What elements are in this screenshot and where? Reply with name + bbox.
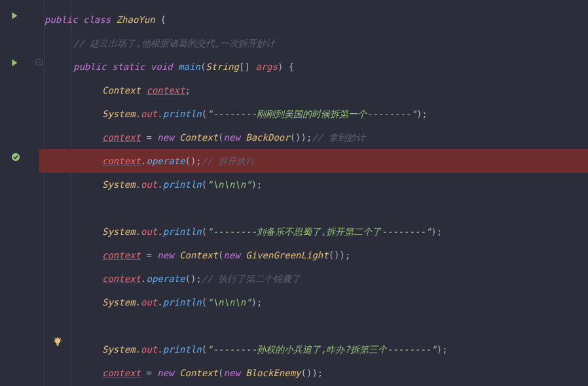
variable: context: [146, 85, 185, 96]
constructor: Context: [179, 250, 218, 260]
brace: {: [283, 61, 294, 72]
code-line[interactable]: System.out.println("\n\n\n");: [39, 290, 588, 314]
constructor: Context: [179, 368, 218, 378]
code-line[interactable]: System.out.println("--------孙权的小兵追了,咋办?拆…: [39, 338, 588, 361]
code-line[interactable]: context.operate();// 执行了第二个锦囊了: [39, 267, 588, 290]
code-line[interactable]: // 赵云出场了,他根据诸葛的交代,一次拆开妙计: [39, 31, 588, 55]
code-line[interactable]: public static void main(String[] args) {: [39, 55, 588, 79]
field: out: [141, 179, 157, 190]
keyword: class: [83, 14, 111, 25]
field: out: [141, 226, 157, 237]
keyword: new: [157, 250, 174, 260]
code-line-blank[interactable]: [39, 196, 588, 220]
code-editor[interactable]: public class ZhaoYun { // 赵云出场了,他根据诸葛的交代…: [0, 0, 588, 386]
class-name: ZhaoYun: [117, 14, 155, 25]
identifier: System: [102, 109, 136, 119]
method-call: println: [163, 109, 202, 119]
variable: context: [102, 250, 141, 260]
code-line[interactable]: System.out.println("--------刚刚到吴国的时候拆第一个…: [39, 102, 588, 126]
method-call: operate: [146, 273, 185, 284]
code-line[interactable]: context = new Context(new BlockEnemy());: [39, 361, 588, 385]
method-call: println: [163, 297, 202, 307]
breakpoint-check-icon[interactable]: [10, 152, 21, 162]
constructor: Context: [179, 132, 218, 143]
method-call: println: [163, 344, 202, 355]
method-call: println: [163, 179, 202, 190]
identifier: System: [102, 226, 136, 237]
field: out: [141, 297, 157, 307]
keyword: static: [112, 61, 145, 72]
code-line[interactable]: context = new Context(new BackDoor());//…: [39, 126, 588, 149]
identifier: System: [102, 179, 136, 190]
method-call: operate: [146, 156, 185, 166]
code-line[interactable]: context = new Context(new GivenGreenLigh…: [39, 243, 588, 267]
code-line[interactable]: System.out.println("--------刘备乐不思蜀了,拆开第二…: [39, 220, 588, 243]
string-literal: "--------刘备乐不思蜀了,拆开第二个了--------": [207, 226, 431, 237]
code-line-highlighted[interactable]: context.operate();// 拆开执行: [39, 149, 588, 173]
keyword: new: [224, 368, 240, 378]
keyword: new: [157, 132, 174, 143]
method-name: main: [178, 61, 200, 72]
identifier: System: [102, 297, 136, 307]
code-line-blank[interactable]: [39, 314, 588, 338]
method-call: println: [163, 226, 202, 237]
string-literal: "--------孙权的小兵追了,咋办?拆第三个--------": [207, 344, 437, 355]
constructor: BackDoor: [246, 132, 289, 143]
run-method-icon[interactable]: [9, 58, 20, 68]
keyword: public: [45, 14, 78, 25]
code-line[interactable]: System.out.println("\n\n\n");: [39, 173, 588, 196]
comment: // 拆开执行: [202, 156, 255, 166]
constructor: BlockEnemy: [246, 368, 301, 378]
keyword: new: [224, 250, 240, 260]
variable: context: [102, 368, 141, 378]
code-line[interactable]: public class ZhaoYun {: [39, 8, 588, 31]
identifier: System: [102, 344, 136, 355]
brackets: []: [239, 61, 255, 72]
semicolon: ;: [185, 85, 190, 96]
comment: // 赵云出场了,他根据诸葛的交代,一次拆开妙计: [73, 38, 275, 48]
keyword: new: [157, 368, 174, 378]
field: out: [141, 344, 157, 355]
variable: context: [102, 156, 141, 166]
constructor: GivenGreenLight: [246, 250, 328, 260]
variable: context: [102, 132, 141, 143]
code-line[interactable]: Context context;: [39, 79, 588, 102]
type: Context: [102, 85, 141, 96]
type: String: [206, 61, 239, 72]
string-literal: "--------刚刚到吴国的时候拆第一个--------": [207, 109, 416, 119]
keyword: void: [151, 61, 173, 72]
field: out: [141, 109, 157, 119]
keyword: public: [73, 61, 107, 72]
code-area[interactable]: public class ZhaoYun { // 赵云出场了,他根据诸葛的交代…: [39, 0, 588, 386]
comment: // 拿到妙计: [312, 132, 365, 143]
brace: {: [155, 14, 166, 25]
run-class-icon[interactable]: [9, 10, 20, 21]
string-literal: "\n\n\n": [207, 179, 251, 190]
comment: // 执行了第二个锦囊了: [202, 273, 301, 284]
keyword: new: [224, 132, 240, 143]
variable: context: [102, 273, 141, 284]
editor-gutter: [0, 0, 39, 386]
parameter: args: [255, 61, 278, 72]
string-literal: "\n\n\n": [207, 297, 251, 307]
